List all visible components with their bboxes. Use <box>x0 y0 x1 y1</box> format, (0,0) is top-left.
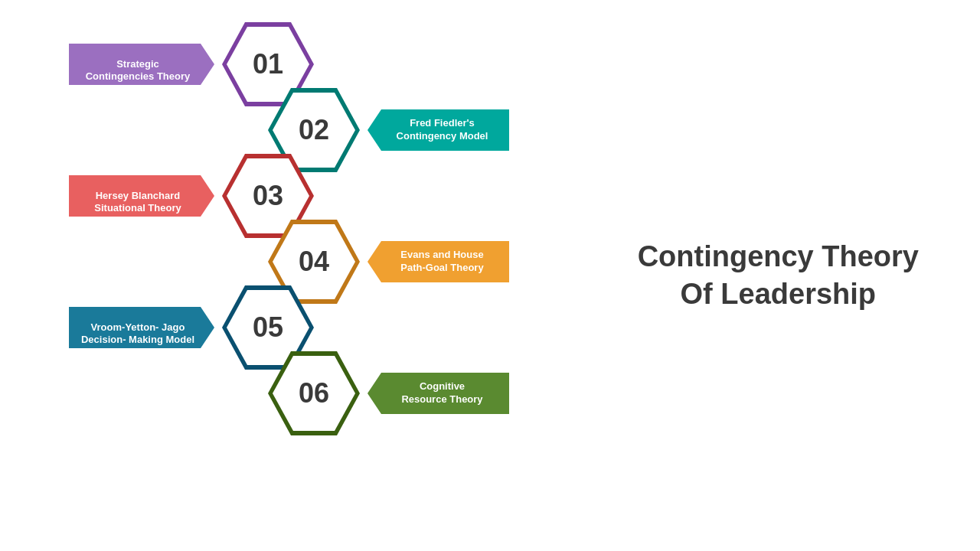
label-5: Vroom-Yetton- JagoDecision- Making Model <box>69 307 214 348</box>
main-title: Contingency Theory Of Leadership <box>638 238 919 314</box>
label-6: CognitiveResource Theory <box>368 373 509 414</box>
label-3: Hersey BlanchardSituational Theory <box>69 175 214 217</box>
label-4: Evans and HousePath-Goal Theory <box>368 241 509 282</box>
label-1: StrategicContingencies Theory <box>69 44 214 85</box>
hex-6: 06 CognitiveResource Theory <box>268 351 360 435</box>
hex-row-6: 06 CognitiveResource Theory <box>268 352 360 435</box>
hex-chain: 01 StrategicContingencies Theory 02 Fred… <box>222 23 360 435</box>
label-2: Fred Fiedler'sContingency Model <box>368 109 509 151</box>
